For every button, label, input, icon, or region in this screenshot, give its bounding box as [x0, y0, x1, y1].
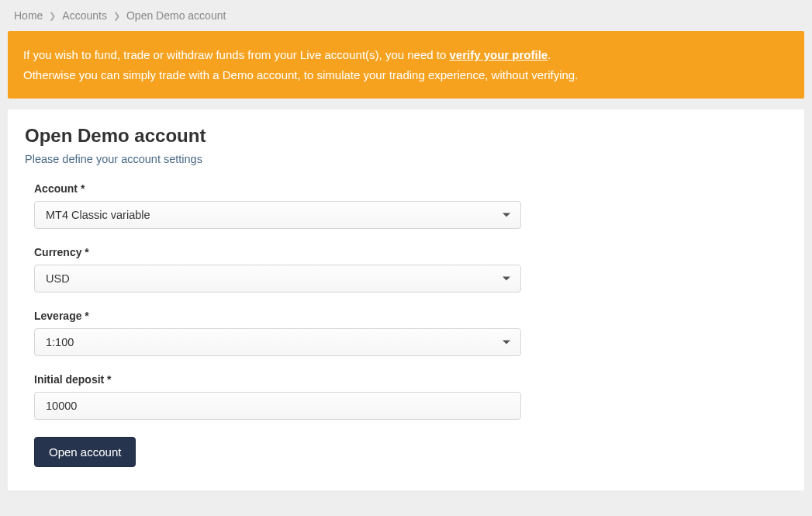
- chevron-right-icon: ❯: [113, 11, 120, 21]
- currency-select[interactable]: USD: [34, 265, 521, 293]
- initial-deposit-label: Initial deposit *: [34, 373, 521, 386]
- leverage-select-value: 1:100: [46, 336, 74, 348]
- chevron-right-icon: ❯: [49, 11, 56, 21]
- verify-profile-link[interactable]: verify your profile: [449, 48, 548, 61]
- alert-text-suffix: .: [548, 48, 551, 61]
- open-account-button[interactable]: Open account: [34, 437, 136, 467]
- currency-select-value: USD: [46, 272, 70, 285]
- initial-deposit-input[interactable]: [34, 392, 521, 420]
- account-select[interactable]: MT4 Classic variable: [34, 201, 521, 229]
- page-subtext: Please define your account settings: [25, 153, 787, 165]
- verify-profile-alert: If you wish to fund, trade or withdraw f…: [8, 31, 804, 99]
- breadcrumb-accounts[interactable]: Accounts: [62, 9, 107, 22]
- currency-label: Currency *: [34, 246, 521, 258]
- breadcrumb-home[interactable]: Home: [14, 9, 43, 22]
- leverage-label: Leverage *: [34, 310, 521, 322]
- leverage-select[interactable]: 1:100: [34, 328, 521, 356]
- account-select-value: MT4 Classic variable: [46, 209, 150, 221]
- breadcrumb: Home ❯ Accounts ❯ Open Demo account: [8, 0, 804, 31]
- account-label: Account *: [34, 182, 521, 195]
- page-title: Open Demo account: [25, 125, 787, 147]
- alert-text-line2: Otherwise you can simply trade with a De…: [23, 65, 789, 85]
- breadcrumb-current: Open Demo account: [126, 9, 226, 22]
- alert-text-prefix: If you wish to fund, trade or withdraw f…: [23, 48, 449, 61]
- open-demo-card: Open Demo account Please define your acc…: [8, 109, 804, 490]
